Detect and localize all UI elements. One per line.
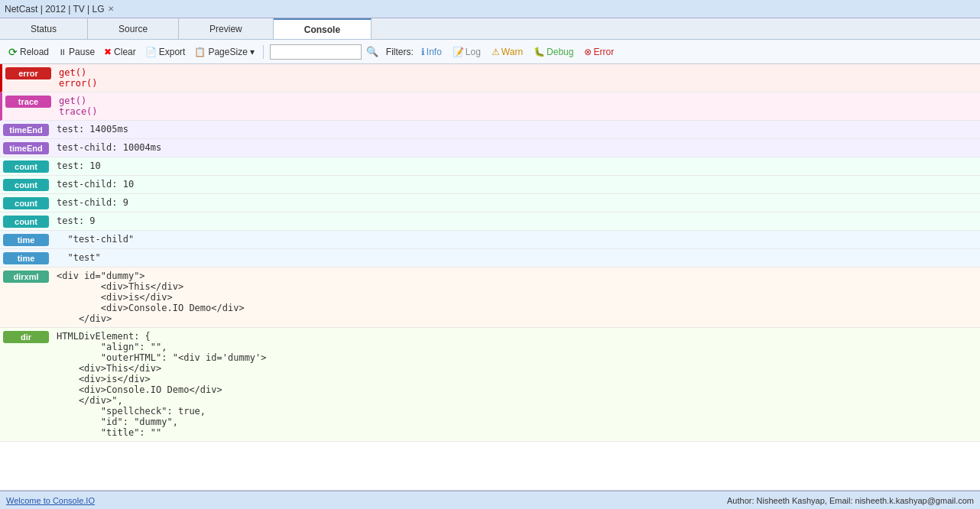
console-row: traceget() trace() — [0, 92, 980, 121]
search-input[interactable] — [270, 44, 362, 60]
console-content: test-child: 10004ms — [52, 139, 980, 156]
clear-icon: ✖ — [104, 47, 112, 57]
warn-icon: ⚠ — [492, 47, 500, 57]
pagesize-dropdown-arrow: ▾ — [250, 47, 255, 57]
status-right-text: Author: Nisheeth Kashyap, Email: nisheet… — [727, 496, 974, 505]
console-badge-time: time — [3, 234, 49, 246]
console-content: test: 14005ms — [52, 121, 980, 138]
toolbar-separator — [263, 45, 264, 59]
tab-status[interactable]: Status — [0, 18, 88, 39]
console-row: counttest-child: 10 — [0, 176, 980, 194]
console-row: errorget() error() — [0, 64, 980, 92]
filter-warn-button[interactable]: ⚠ Warn — [488, 46, 526, 58]
console-content: test: 10 — [52, 157, 980, 174]
status-left-text[interactable]: Welcome to Console.IO — [6, 496, 95, 505]
filter-error-button[interactable]: ⊗ Error — [581, 46, 617, 58]
debug-icon: 🐛 — [534, 47, 545, 57]
console-badge-time: time — [3, 252, 49, 264]
console-badge-timeEnd: timeEnd — [3, 124, 49, 136]
filter-debug-button[interactable]: 🐛 Debug — [531, 46, 576, 58]
console-row: counttest: 9 — [0, 212, 980, 231]
console-badge-count: count — [3, 197, 49, 209]
reload-icon: ⟳ — [8, 46, 18, 58]
console-content: HTMLDivElement: { "align": "", "outerHTM… — [52, 328, 980, 441]
filter-info-button[interactable]: ℹ Info — [418, 46, 445, 58]
pagesize-icon: 📋 — [194, 47, 206, 57]
toolbar: ⟳ Reload ⏸ Pause ✖ Clear 📄 Export 📋 Page… — [0, 40, 980, 64]
filter-log-button[interactable]: 📝 Log — [449, 46, 484, 58]
console-content: test: 9 — [52, 212, 980, 229]
console-badge-count: count — [3, 179, 49, 191]
console-content: get() trace() — [54, 92, 980, 120]
console-content: "test" — [52, 249, 980, 266]
console-badge-dir: dir — [3, 331, 49, 343]
status-bar: Welcome to Console.IO Author: Nisheeth K… — [0, 491, 980, 509]
tab-preview[interactable]: Preview — [179, 18, 274, 39]
pagesize-button[interactable]: 📋 PageSize ▾ — [192, 46, 256, 58]
console-content: "test-child" — [52, 231, 980, 248]
tab-source[interactable]: Source — [88, 18, 179, 39]
console-badge-error: error — [5, 67, 51, 79]
console-content: get() error() — [54, 64, 980, 92]
clear-button[interactable]: ✖ Clear — [102, 46, 138, 58]
console-content: test-child: 10 — [52, 176, 980, 193]
console-badge-count: count — [3, 160, 49, 173]
pause-icon: ⏸ — [58, 47, 67, 57]
console-badge-dirxml: dirxml — [3, 271, 49, 283]
export-icon: 📄 — [145, 47, 157, 57]
console-row: dirxml<div id="dummy"> <div>This</div> <… — [0, 267, 980, 328]
title-bar: NetCast | 2012 | TV | LG ✕ — [0, 0, 980, 18]
log-icon: 📝 — [453, 47, 464, 57]
console-content: <div id="dummy"> <div>This</div> <div>is… — [52, 267, 980, 327]
console-row: counttest-child: 9 — [0, 194, 980, 212]
console-row: counttest: 10 — [0, 157, 980, 176]
search-icon: 🔍 — [366, 46, 378, 57]
reload-button[interactable]: ⟳ Reload — [6, 45, 51, 59]
console-content: test-child: 9 — [52, 194, 980, 211]
pause-button[interactable]: ⏸ Pause — [56, 46, 97, 58]
console-row: timeEndtest-child: 10004ms — [0, 139, 980, 157]
console-badge-trace: trace — [5, 96, 51, 108]
console-row: timeEndtest: 14005ms — [0, 121, 980, 139]
console-row: time "test-child" — [0, 231, 980, 249]
filters-label: Filters: — [386, 47, 414, 57]
info-icon: ℹ — [421, 47, 425, 57]
error-icon: ⊗ — [584, 47, 592, 57]
console-badge-count: count — [3, 216, 49, 228]
title-bar-close[interactable]: ✕ — [108, 5, 114, 13]
export-button[interactable]: 📄 Export — [143, 46, 188, 58]
tab-console[interactable]: Console — [274, 18, 372, 39]
console-badge-timeEnd: timeEnd — [3, 142, 49, 154]
console-row: time "test" — [0, 249, 980, 267]
title-bar-text: NetCast | 2012 | TV | LG — [5, 4, 105, 15]
console-row: dirHTMLDivElement: { "align": "", "outer… — [0, 328, 980, 442]
console-output-area: errorget() error()traceget() trace()time… — [0, 64, 980, 491]
tabs-bar: Status Source Preview Console — [0, 18, 980, 40]
